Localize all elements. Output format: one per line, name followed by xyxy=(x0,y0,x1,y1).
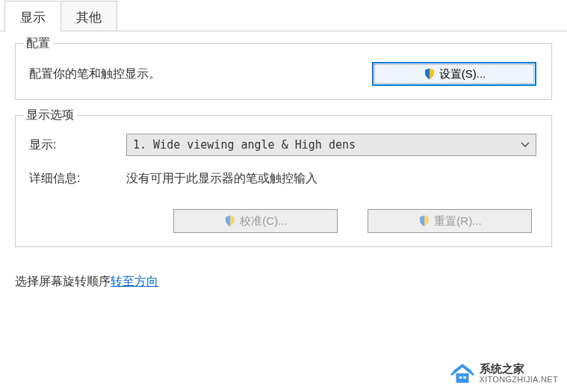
svg-rect-2 xyxy=(463,376,466,379)
group-configuration-title: 配置 xyxy=(23,36,53,52)
settings-button[interactable]: 设置(S)... xyxy=(372,62,536,86)
tabs-bar: 显示 其他 xyxy=(0,0,567,31)
group-display-options-title: 显示选项 xyxy=(23,108,77,123)
shield-icon xyxy=(423,67,436,81)
detail-label: 详细信息: xyxy=(29,171,126,187)
rotation-prefix: 选择屏幕旋转顺序 xyxy=(15,274,111,290)
shield-icon xyxy=(418,214,431,228)
settings-button-label: 设置(S)... xyxy=(439,67,486,81)
group-display-options: 显示选项 显示: 1. Wide viewing angle & High de… xyxy=(15,115,552,247)
watermark-title: 系统之家 xyxy=(480,363,558,376)
calibrate-button: 校准(C)... xyxy=(173,209,338,233)
tab-content: 配置 配置你的笔和触控显示。 设置(S)... 显示选项 显示: 1. Wide… xyxy=(0,31,567,274)
display-dropdown[interactable]: 1. Wide viewing angle & High dens xyxy=(126,134,536,156)
reset-button: 重置(R)... xyxy=(368,209,532,233)
rotation-line: 选择屏幕旋转顺序 转至方向 xyxy=(0,274,567,290)
detail-value: 没有可用于此显示器的笔或触控输入 xyxy=(126,171,536,187)
reset-button-label: 重置(R)... xyxy=(434,214,481,228)
svg-rect-0 xyxy=(456,373,468,383)
chevron-down-icon xyxy=(521,142,530,148)
group-configuration: 配置 配置你的笔和触控显示。 设置(S)... xyxy=(15,43,552,100)
configuration-description: 配置你的笔和触控显示。 xyxy=(29,66,161,82)
display-label: 显示: xyxy=(29,137,126,153)
tab-other[interactable]: 其他 xyxy=(61,1,117,31)
shield-icon xyxy=(223,214,237,228)
watermark-subtitle: XITONGZHIJIA.NET xyxy=(480,375,558,384)
calibrate-button-label: 校准(C)... xyxy=(240,214,287,228)
watermark: 系统之家 XITONGZHIJIA.NET xyxy=(450,361,558,386)
tab-display[interactable]: 显示 xyxy=(4,1,61,31)
house-icon xyxy=(450,361,475,386)
svg-rect-1 xyxy=(459,376,462,379)
rotation-link[interactable]: 转至方向 xyxy=(111,274,158,290)
display-dropdown-value: 1. Wide viewing angle & High dens xyxy=(133,138,356,152)
